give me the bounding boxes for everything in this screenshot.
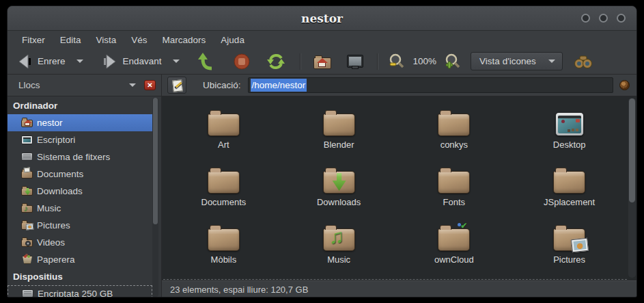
view-mode-dropdown[interactable]: Vista d'icones — [471, 52, 563, 70]
window-button-1[interactable] — [581, 14, 590, 23]
sidebar-item-paperera[interactable]: Paperera — [8, 251, 161, 268]
file-item-desktop[interactable]: Desktop — [518, 99, 621, 157]
sidebar-item-downloads[interactable]: Downloads — [8, 183, 161, 200]
zoom-out-magnifier-icon — [389, 53, 405, 70]
zoom-in-magnifier-icon — [445, 53, 461, 70]
zoom-in-button[interactable] — [445, 53, 461, 70]
file-item-downloads[interactable]: Downloads — [288, 157, 390, 214]
menu-edita[interactable]: Edita — [53, 33, 89, 47]
location-input[interactable]: /home/nestor — [248, 77, 613, 93]
sidebar-section-dispositius: Dispositius — [8, 268, 161, 285]
downloads-folder-icon — [323, 171, 355, 194]
menu-fitxer[interactable]: Fitxer — [14, 33, 53, 47]
desktop-screen-icon — [555, 112, 584, 136]
file-item-jsplacement[interactable]: JSplacement — [518, 157, 621, 214]
folder-icon — [208, 114, 240, 136]
statusbar-text: 23 elements, espai lliure: 120,7 GB — [170, 285, 308, 295]
file-item-label: JSplacement — [544, 197, 595, 207]
sidebar-item-escriptori[interactable]: Escriptori — [8, 131, 161, 148]
places-chevron-icon[interactable] — [129, 83, 136, 87]
file-item-music[interactable]: ♫ Music — [288, 214, 390, 272]
file-item-pictures[interactable]: Pictures — [518, 214, 621, 272]
edit-location-button[interactable] — [167, 77, 186, 94]
home-button[interactable] — [313, 53, 332, 70]
go-up-arrow-icon — [197, 53, 215, 70]
file-item-label: Downloads — [317, 197, 361, 207]
back-button[interactable]: Enrere — [17, 53, 83, 70]
hard-drive-icon — [21, 151, 33, 163]
zoom-out-button[interactable] — [389, 53, 405, 70]
window-title: nestor — [8, 6, 636, 31]
drop-indicator-line — [163, 279, 627, 280]
downloads-folder-icon — [21, 185, 33, 197]
statusbar: 23 elements, espai lliure: 120,7 GB — [162, 280, 636, 298]
back-label: Enrere — [38, 56, 66, 66]
menu-ves[interactable]: Vés — [124, 33, 154, 47]
sidebar-item-label: Documents — [37, 169, 83, 179]
file-manager-window: nestor Fitxer Edita Vista Vés Marcadors … — [7, 5, 637, 298]
pictures-folder-icon — [553, 228, 585, 251]
synced-folder-icon: ✔ — [438, 228, 470, 251]
pane-headers: Llocs ✕ Ubicació: /home/nestor — [8, 75, 636, 96]
home-folder-icon — [21, 117, 33, 129]
location-bar: Ubicació: /home/nestor — [162, 75, 636, 96]
forward-history-chevron-icon[interactable] — [173, 60, 180, 63]
sidebar-item-device-encriptata[interactable]: Encriptata 250 GB — [8, 285, 152, 298]
videos-folder-icon — [21, 237, 33, 248]
view-mode-label: Vista d'icones — [479, 56, 536, 66]
home-folder-icon — [313, 53, 332, 70]
desktop-monitor-icon — [347, 55, 363, 68]
sidebar-item-label: Paperera — [37, 254, 75, 265]
menu-marcadors[interactable]: Marcadors — [155, 33, 214, 47]
sidebar-item-documents[interactable]: Documents — [8, 166, 161, 183]
sidebar-item-sistema-de-fitxers[interactable]: Sistema de fitxers — [8, 148, 161, 166]
menu-ajuda[interactable]: Ajuda — [213, 33, 252, 47]
sidebar-item-label: nestor — [37, 118, 63, 128]
sidebar-item-nestor[interactable]: nestor — [8, 114, 152, 131]
sidebar-section-ordinador: Ordinador — [8, 97, 161, 114]
places-pane-header[interactable]: Llocs ✕ — [8, 75, 162, 96]
file-item-documents[interactable]: Documents — [172, 157, 275, 214]
titlebar[interactable]: nestor — [8, 6, 636, 31]
sidebar-scrollbar[interactable] — [152, 98, 158, 297]
location-value: /home/nestor — [251, 79, 307, 92]
toolbar-separator — [377, 53, 378, 70]
file-item-blender[interactable]: Blender — [288, 99, 390, 157]
places-list: Ordinador nestor Escriptori Sistema de f… — [8, 97, 161, 298]
forward-button[interactable]: Endavant — [102, 53, 180, 70]
stop-icon — [233, 53, 251, 70]
sidebar-item-label: Downloads — [37, 186, 83, 196]
file-item-label: Pictures — [553, 254, 585, 265]
menubar: Fitxer Edita Vista Vés Marcadors Ajuda — [8, 31, 636, 49]
main-scrollbar-thumb[interactable] — [629, 98, 635, 202]
back-history-chevron-icon[interactable] — [76, 60, 83, 63]
window-button-3[interactable] — [617, 14, 626, 23]
file-icon-view[interactable]: Art Blender conkys Desktop — [162, 96, 636, 298]
file-item-conkys[interactable]: conkys — [403, 99, 505, 157]
sidebar-scrollbar-thumb[interactable] — [153, 98, 158, 224]
refresh-button[interactable] — [267, 53, 285, 70]
file-item-mobils[interactable]: Mòbils — [172, 214, 275, 272]
up-button[interactable] — [197, 53, 215, 70]
find-button[interactable] — [574, 53, 593, 70]
file-item-fonts[interactable]: Fonts — [403, 157, 505, 214]
chevron-down-icon — [548, 60, 555, 63]
file-item-owncloud[interactable]: ✔ ownCloud — [403, 214, 505, 272]
sidebar-item-music[interactable]: ♪ Music — [8, 200, 161, 217]
close-sidepane-icon[interactable]: ✕ — [144, 80, 156, 90]
menu-vista[interactable]: Vista — [89, 33, 124, 47]
stop-button[interactable] — [233, 53, 251, 70]
main-scrollbar[interactable] — [628, 98, 636, 278]
folder-icon — [208, 228, 240, 251]
open-desktop-button[interactable] — [347, 55, 363, 68]
window-button-2[interactable] — [599, 14, 608, 23]
location-label: Ubicació: — [203, 80, 241, 90]
file-item-label: Art — [218, 140, 229, 150]
file-item-art[interactable]: Art — [172, 99, 275, 157]
sidebar-item-pictures[interactable]: Pictures — [8, 217, 161, 234]
sidebar-item-label: Escriptori — [37, 135, 75, 145]
sidebar-item-videos[interactable]: Videos — [8, 234, 161, 251]
pictures-folder-icon — [21, 220, 33, 231]
icon-grid: Art Blender conkys Desktop — [166, 99, 627, 279]
go-jump-icon[interactable] — [619, 80, 630, 90]
